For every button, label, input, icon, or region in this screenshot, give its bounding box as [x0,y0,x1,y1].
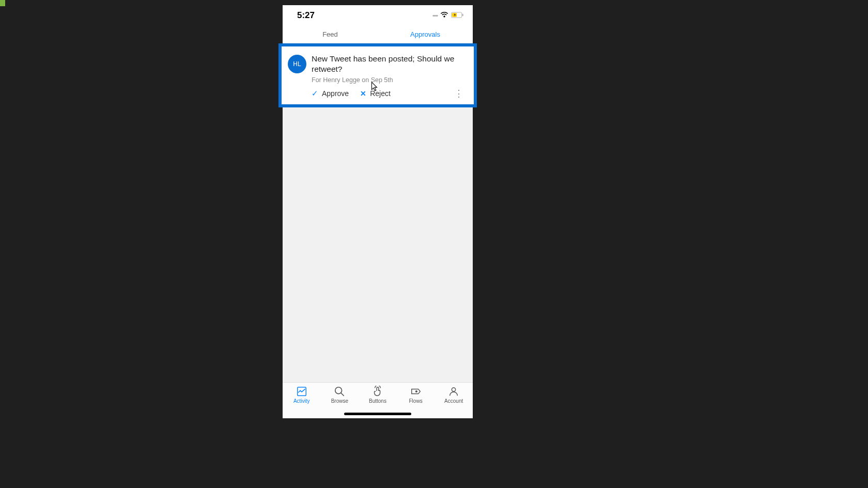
approve-label: Approve [322,89,349,98]
tabs-row: Feed Approvals [283,26,473,43]
card-actions: ✓ Approve ✕ Reject ⋮ [312,89,466,98]
approve-button[interactable]: ✓ Approve [312,89,349,98]
status-icons: •••• [432,11,463,20]
wifi-icon [440,11,448,20]
nav-activity[interactable]: Activity [283,386,321,418]
more-options-button[interactable]: ⋮ [452,89,466,98]
nav-account[interactable]: Account [435,386,473,418]
card-body: New Tweet has been posted; Should we ret… [312,54,466,98]
check-icon: ✓ [312,89,318,98]
account-icon [448,386,459,397]
approval-card[interactable]: HL New Tweet has been posted; Should we … [282,46,474,104]
battery-icon [451,11,463,20]
svg-line-5 [341,393,344,396]
reject-label: Reject [370,89,391,98]
svg-point-7 [452,388,456,391]
content-area [283,107,473,382]
window-decoration [0,0,5,6]
avatar: HL [288,55,306,73]
kebab-icon: ⋮ [454,88,463,99]
nav-account-label: Account [444,398,463,404]
approval-meta: For Henry Legge on Sep 5th [312,76,466,84]
x-icon: ✕ [360,89,366,98]
approval-title: New Tweet has been posted; Should we ret… [312,54,466,74]
svg-rect-2 [462,14,463,17]
activity-icon [296,386,307,397]
status-bar: 5:27 •••• [283,5,473,26]
touch-icon [372,386,383,397]
svg-point-6 [415,391,417,392]
cellular-signal-icon: •••• [432,13,438,19]
nav-flows-label: Flows [409,398,423,404]
search-icon [334,386,345,397]
home-indicator [344,413,411,415]
nav-buttons-label: Buttons [369,398,386,404]
reject-button[interactable]: ✕ Reject [360,89,391,98]
nav-browse-label: Browse [331,398,348,404]
tab-feed[interactable]: Feed [283,26,378,43]
phone-screen: 5:27 •••• Feed Approvals HL New [283,5,473,418]
status-time: 5:27 [297,10,315,21]
tab-approvals[interactable]: Approvals [378,26,473,43]
nav-activity-label: Activity [293,398,310,404]
highlight-annotation: HL New Tweet has been posted; Should we … [278,43,477,107]
flows-icon [410,386,422,397]
